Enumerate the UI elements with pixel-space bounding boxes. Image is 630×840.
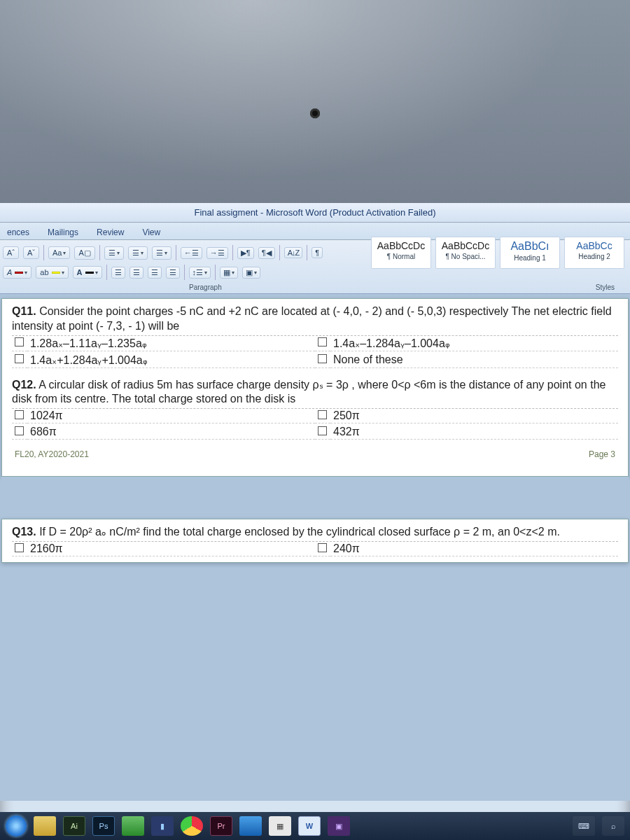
q11-opt-b: 1.4aₓ–1.284aᵧ–1.004aᵩ <box>330 336 618 351</box>
grow-font-button[interactable]: Aˆ <box>3 246 19 259</box>
style-sample: AaBbCc <box>565 240 624 251</box>
align-center-button[interactable]: ☰ <box>130 267 144 279</box>
style-normal[interactable]: AaBbCcDc ¶ Normal <box>371 237 431 269</box>
page-footer: FL20, AY2020-2021 Page 3 <box>12 441 618 472</box>
divider <box>215 265 216 280</box>
window-title: Final assigment - Microsoft Word (Produc… <box>0 203 630 223</box>
divider <box>184 265 185 280</box>
tab-view[interactable]: View <box>139 225 163 239</box>
taskbar-calc[interactable]: ▦ <box>269 816 291 836</box>
taskbar-app[interactable]: ▮ <box>151 816 174 836</box>
font-color-button[interactable]: A▾ <box>3 266 31 279</box>
q13-options: 2160π 240π <box>12 541 618 556</box>
rtl-button[interactable]: ¶◀ <box>258 247 275 259</box>
taskbar-explorer[interactable] <box>34 816 56 836</box>
taskbar-premiere[interactable]: Pr <box>210 816 232 836</box>
style-sample: AaBbCcDc <box>436 240 495 251</box>
style-name: ¶ Normal <box>372 253 430 260</box>
footer-right: Page 3 <box>589 449 615 459</box>
style-heading2[interactable]: AaBbCc Heading 2 <box>564 237 624 269</box>
checkbox-icon[interactable] <box>318 337 327 346</box>
shrink-font-button[interactable]: Aˇ <box>23 246 39 259</box>
page-gap <box>1 477 629 519</box>
align-justify-button[interactable]: ☰ <box>166 267 180 279</box>
document-area[interactable]: Q11. Consider the point charges -5 nC an… <box>0 294 630 801</box>
q11-opt-c: 1.4aₓ+1.284aᵧ+1.004aᵩ <box>27 353 315 368</box>
change-case-button[interactable]: Aa▾ <box>48 246 70 259</box>
bullets-button[interactable]: ☰▾ <box>104 246 124 260</box>
divider <box>279 245 280 260</box>
q13-opt-a: 2160π <box>27 542 315 556</box>
page-4: Q13. If D = 20ρ² aₒ nC/m² find the total… <box>1 519 629 563</box>
numbering-button[interactable]: ☰▾ <box>128 246 148 260</box>
q12-title: Q12. <box>12 379 36 391</box>
tab-review[interactable]: Review <box>94 225 127 239</box>
divider <box>99 245 100 260</box>
style-sample: AaBbCcDc <box>372 240 430 251</box>
checkbox-icon[interactable] <box>318 426 327 435</box>
q12: Q12. A circular disk of radius 5m has su… <box>12 378 618 407</box>
sort-button[interactable]: A↓Z <box>284 247 303 258</box>
checkbox-icon[interactable] <box>318 410 327 419</box>
q13-body: If D = 20ρ² aₒ nC/m² find the total char… <box>36 526 560 538</box>
page-3: Q11. Consider the point charges -5 nC an… <box>1 298 629 477</box>
ribbon: Aˆ Aˇ Aa▾ A▢ ☰▾ ☰▾ ☰▾ ←☰ →☰ ▶¶ ¶◀ A↓Z ¶ <box>0 240 630 294</box>
line-spacing-button[interactable]: ↕☰▾ <box>189 267 211 279</box>
start-button[interactable] <box>6 816 27 836</box>
taskbar-illustrator[interactable]: Ai <box>63 816 85 836</box>
taskbar-edge[interactable] <box>239 816 262 836</box>
q12-opt-b: 250π <box>330 409 618 424</box>
divider <box>176 245 176 260</box>
q13: Q13. If D = 20ρ² aₒ nC/m² find the total… <box>12 525 618 540</box>
checkbox-icon[interactable] <box>15 410 24 419</box>
footer-left: FL20, AY2020-2021 <box>15 449 89 459</box>
checkbox-icon[interactable] <box>318 543 327 552</box>
divider <box>106 265 107 280</box>
tab-references[interactable]: ences <box>4 225 32 239</box>
taskbar-word[interactable]: W <box>298 816 321 836</box>
divider <box>43 245 44 260</box>
laptop-camera <box>310 108 320 118</box>
align-right-button[interactable]: ☰ <box>148 267 162 279</box>
shading-button[interactable]: ▦▾ <box>220 267 238 279</box>
checkbox-icon[interactable] <box>15 426 24 435</box>
checkbox-icon[interactable] <box>15 337 24 346</box>
decrease-indent-button[interactable]: ←☰ <box>181 247 202 259</box>
q12-body: A circular disk of radius 5m has surface… <box>12 379 606 405</box>
taskbar-media[interactable]: ▣ <box>328 816 350 836</box>
style-no-spacing[interactable]: AaBbCcDc ¶ No Spaci... <box>435 237 496 269</box>
checkbox-icon[interactable] <box>318 354 327 363</box>
divider <box>232 245 233 260</box>
show-marks-button[interactable]: ¶ <box>312 247 323 258</box>
q12-opt-a: 1024π <box>27 409 315 424</box>
style-heading1[interactable]: AaBbCı Heading 1 <box>500 237 560 269</box>
increase-indent-button[interactable]: →☰ <box>206 247 228 259</box>
screen: Final assigment - Microsoft Word (Produc… <box>0 203 630 840</box>
q11-title: Q11. <box>12 305 36 317</box>
q11-options: 1.28aₓ–1.11aᵧ–1.235aᵩ 1.4aₓ–1.284aᵧ–1.00… <box>12 335 618 368</box>
tab-mailings[interactable]: Mailings <box>45 225 81 239</box>
align-left-button[interactable]: ☰ <box>111 267 125 279</box>
checkbox-icon[interactable] <box>15 354 24 363</box>
font-color2-button[interactable]: A▾ <box>73 266 102 279</box>
style-name: Heading 1 <box>500 254 559 262</box>
taskbar-photoshop[interactable]: Ps <box>92 816 115 836</box>
style-name: ¶ No Spaci... <box>436 253 495 260</box>
styles-gallery: AaBbCcDc ¶ Normal AaBbCcDc ¶ No Spaci...… <box>371 237 627 269</box>
q11: Q11. Consider the point charges -5 nC an… <box>12 304 618 334</box>
q12-opt-d: 432π <box>330 425 618 440</box>
taskbar-utorrent[interactable] <box>122 816 144 836</box>
ltr-button[interactable]: ▶¶ <box>237 247 254 259</box>
q11-opt-a: 1.28aₓ–1.11aᵧ–1.235aᵩ <box>27 336 315 351</box>
multilevel-button[interactable]: ☰▾ <box>152 246 172 260</box>
borders-button[interactable]: ▣▾ <box>242 267 260 279</box>
group-label-paragraph: Paragraph <box>189 284 222 291</box>
taskbar-keyboard-icon[interactable]: ⌨ <box>573 816 595 836</box>
highlight-button[interactable]: ab▾ <box>36 266 68 279</box>
q13-opt-b: 240π <box>330 542 618 556</box>
checkbox-icon[interactable] <box>15 543 24 552</box>
style-sample: AaBbCı <box>500 240 559 253</box>
taskbar-search-icon[interactable]: ⌕ <box>602 816 624 836</box>
taskbar-chrome[interactable] <box>181 816 203 836</box>
clear-format-button[interactable]: A▢ <box>74 246 94 260</box>
